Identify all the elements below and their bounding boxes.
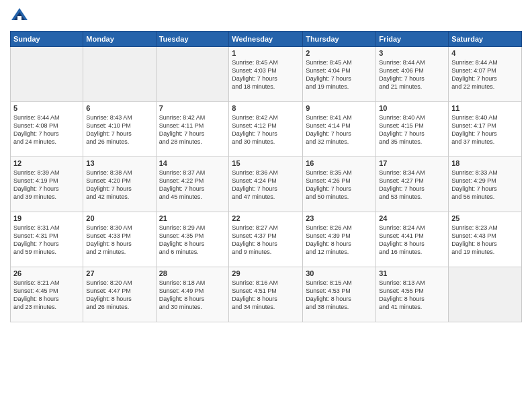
day-number: 23 [306,214,373,222]
day-number: 24 [379,214,445,222]
logo [10,7,30,26]
calendar-cell: 23Sunrise: 8:26 AM Sunset: 4:39 PM Dayli… [303,212,376,267]
calendar-cell: 2Sunrise: 8:45 AM Sunset: 4:04 PM Daylig… [303,47,376,102]
day-number: 20 [86,214,152,222]
cell-content: Sunrise: 8:44 AM Sunset: 4:06 PM Dayligh… [379,58,445,91]
day-number: 6 [86,104,152,112]
day-number: 18 [451,159,519,167]
day-number: 27 [86,269,152,277]
calendar-cell: 21Sunrise: 8:29 AM Sunset: 4:35 PM Dayli… [156,212,229,267]
cell-content: Sunrise: 8:39 AM Sunset: 4:19 PM Dayligh… [13,169,80,201]
weekday-header-sunday: Sunday [11,32,83,47]
day-number: 8 [232,104,300,112]
cell-content: Sunrise: 8:40 AM Sunset: 4:17 PM Dayligh… [451,113,519,146]
day-number: 3 [379,49,445,57]
cell-content: Sunrise: 8:44 AM Sunset: 4:08 PM Dayligh… [13,113,80,146]
calendar-cell: 8Sunrise: 8:42 AM Sunset: 4:12 PM Daylig… [229,102,303,157]
day-number: 13 [86,159,152,167]
cell-content: Sunrise: 8:20 AM Sunset: 4:47 PM Dayligh… [86,279,152,312]
day-number: 14 [159,159,226,167]
cell-content: Sunrise: 8:16 AM Sunset: 4:51 PM Dayligh… [232,279,300,312]
cell-content: Sunrise: 8:45 AM Sunset: 4:03 PM Dayligh… [232,58,300,91]
day-number: 21 [159,214,226,222]
day-number: 30 [306,269,373,277]
cell-content: Sunrise: 8:43 AM Sunset: 4:10 PM Dayligh… [86,113,152,146]
calendar-week-row: 12Sunrise: 8:39 AM Sunset: 4:19 PM Dayli… [11,157,522,212]
day-number: 12 [13,159,80,167]
calendar-cell: 16Sunrise: 8:35 AM Sunset: 4:26 PM Dayli… [303,157,376,212]
calendar-cell: 24Sunrise: 8:24 AM Sunset: 4:41 PM Dayli… [376,212,449,267]
calendar-week-row: 26Sunrise: 8:21 AM Sunset: 4:45 PM Dayli… [11,267,522,322]
calendar-table: SundayMondayTuesdayWednesdayThursdayFrid… [10,31,522,322]
calendar-cell [11,47,83,102]
cell-content: Sunrise: 8:26 AM Sunset: 4:39 PM Dayligh… [306,224,373,257]
day-number: 31 [379,269,445,277]
calendar-cell: 11Sunrise: 8:40 AM Sunset: 4:17 PM Dayli… [449,102,522,157]
cell-content: Sunrise: 8:34 AM Sunset: 4:27 PM Dayligh… [379,169,445,201]
calendar-cell: 14Sunrise: 8:37 AM Sunset: 4:22 PM Dayli… [156,157,229,212]
cell-content: Sunrise: 8:33 AM Sunset: 4:29 PM Dayligh… [451,169,519,201]
day-number: 10 [379,104,445,112]
cell-content: Sunrise: 8:31 AM Sunset: 4:31 PM Dayligh… [13,224,80,257]
cell-content: Sunrise: 8:44 AM Sunset: 4:07 PM Dayligh… [451,58,519,91]
calendar-cell: 1Sunrise: 8:45 AM Sunset: 4:03 PM Daylig… [229,47,303,102]
calendar-cell: 28Sunrise: 8:18 AM Sunset: 4:49 PM Dayli… [156,267,229,322]
weekday-header-saturday: Saturday [449,32,522,47]
calendar-cell: 6Sunrise: 8:43 AM Sunset: 4:10 PM Daylig… [83,102,156,157]
day-number: 25 [451,214,519,222]
cell-content: Sunrise: 8:41 AM Sunset: 4:14 PM Dayligh… [306,113,373,146]
calendar-cell: 29Sunrise: 8:16 AM Sunset: 4:51 PM Dayli… [229,267,303,322]
cell-content: Sunrise: 8:13 AM Sunset: 4:55 PM Dayligh… [379,279,445,312]
day-number: 15 [232,159,300,167]
cell-content: Sunrise: 8:45 AM Sunset: 4:04 PM Dayligh… [306,58,373,91]
weekday-header-row: SundayMondayTuesdayWednesdayThursdayFrid… [11,32,522,47]
calendar-cell: 17Sunrise: 8:34 AM Sunset: 4:27 PM Dayli… [376,157,449,212]
day-number: 9 [306,104,373,112]
day-number: 7 [159,104,226,112]
cell-content: Sunrise: 8:29 AM Sunset: 4:35 PM Dayligh… [159,224,226,257]
cell-content: Sunrise: 8:15 AM Sunset: 4:53 PM Dayligh… [306,279,373,312]
cell-content: Sunrise: 8:24 AM Sunset: 4:41 PM Dayligh… [379,224,445,257]
calendar-cell: 20Sunrise: 8:30 AM Sunset: 4:33 PM Dayli… [83,212,156,267]
calendar-cell: 10Sunrise: 8:40 AM Sunset: 4:15 PM Dayli… [376,102,449,157]
weekday-header-tuesday: Tuesday [156,32,229,47]
calendar-cell: 9Sunrise: 8:41 AM Sunset: 4:14 PM Daylig… [303,102,376,157]
day-number: 17 [379,159,445,167]
day-number: 4 [451,49,519,57]
calendar-cell: 25Sunrise: 8:23 AM Sunset: 4:43 PM Dayli… [449,212,522,267]
calendar-cell: 30Sunrise: 8:15 AM Sunset: 4:53 PM Dayli… [303,267,376,322]
day-number: 29 [232,269,300,277]
day-number: 2 [306,49,373,57]
day-number: 19 [13,214,80,222]
calendar-week-row: 1Sunrise: 8:45 AM Sunset: 4:03 PM Daylig… [11,47,522,102]
calendar-cell: 22Sunrise: 8:27 AM Sunset: 4:37 PM Dayli… [229,212,303,267]
cell-content: Sunrise: 8:21 AM Sunset: 4:45 PM Dayligh… [13,279,80,312]
calendar-page: SundayMondayTuesdayWednesdayThursdayFrid… [0,0,532,411]
day-number: 16 [306,159,373,167]
day-number: 26 [13,269,80,277]
cell-content: Sunrise: 8:18 AM Sunset: 4:49 PM Dayligh… [159,279,226,312]
svg-rect-2 [17,16,21,20]
header [10,7,522,26]
weekday-header-wednesday: Wednesday [229,32,303,47]
cell-content: Sunrise: 8:37 AM Sunset: 4:22 PM Dayligh… [159,169,226,201]
calendar-cell [156,47,229,102]
calendar-cell [83,47,156,102]
calendar-cell: 26Sunrise: 8:21 AM Sunset: 4:45 PM Dayli… [11,267,83,322]
day-number: 11 [451,104,519,112]
cell-content: Sunrise: 8:42 AM Sunset: 4:11 PM Dayligh… [159,113,226,146]
day-number: 28 [159,269,226,277]
cell-content: Sunrise: 8:42 AM Sunset: 4:12 PM Dayligh… [232,113,300,146]
cell-content: Sunrise: 8:27 AM Sunset: 4:37 PM Dayligh… [232,224,300,257]
calendar-cell: 5Sunrise: 8:44 AM Sunset: 4:08 PM Daylig… [11,102,83,157]
calendar-cell: 13Sunrise: 8:38 AM Sunset: 4:20 PM Dayli… [83,157,156,212]
day-number: 5 [13,104,80,112]
day-number: 22 [232,214,300,222]
cell-content: Sunrise: 8:40 AM Sunset: 4:15 PM Dayligh… [379,113,445,146]
weekday-header-monday: Monday [83,32,156,47]
calendar-cell: 3Sunrise: 8:44 AM Sunset: 4:06 PM Daylig… [376,47,449,102]
weekday-header-thursday: Thursday [303,32,376,47]
cell-content: Sunrise: 8:38 AM Sunset: 4:20 PM Dayligh… [86,169,152,201]
weekday-header-friday: Friday [376,32,449,47]
calendar-cell: 19Sunrise: 8:31 AM Sunset: 4:31 PM Dayli… [11,212,83,267]
